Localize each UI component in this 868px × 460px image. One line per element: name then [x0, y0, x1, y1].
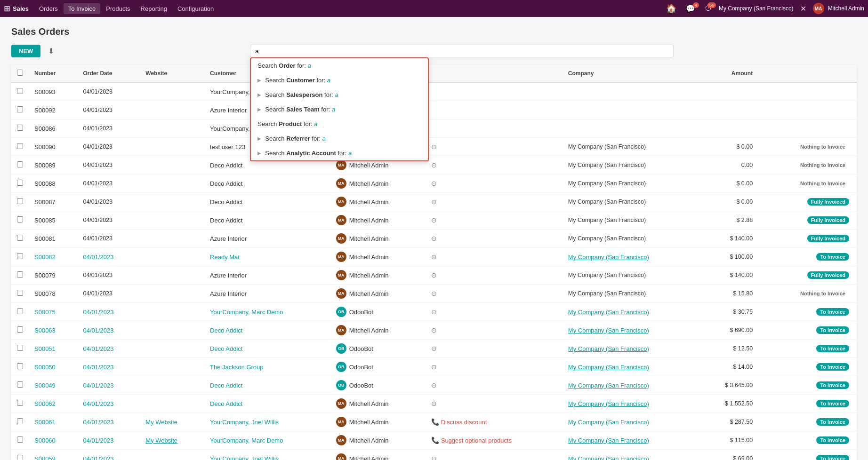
company-link[interactable]: My Company (San Francisco): [568, 309, 649, 316]
nav-products[interactable]: Products: [101, 3, 135, 14]
company-link[interactable]: My Company (San Francisco): [568, 345, 649, 352]
settings-icon[interactable]: ✕: [797, 3, 809, 14]
activity-cell[interactable]: ⊙: [426, 138, 563, 156]
row-checkbox[interactable]: [17, 198, 23, 204]
nav-configuration[interactable]: Configuration: [173, 3, 218, 14]
row-checkbox[interactable]: [17, 345, 23, 351]
dropdown-item-5[interactable]: ▶ Search Referrer for: a: [251, 131, 428, 146]
new-button[interactable]: NEW: [11, 45, 40, 57]
company-link[interactable]: My Company (San Francisco): [568, 382, 649, 389]
order-number-link[interactable]: S00061: [34, 419, 56, 426]
activity-cell[interactable]: ⊙: [426, 193, 563, 211]
order-number-link[interactable]: S00063: [34, 327, 56, 334]
customer-link[interactable]: The Jackson Group: [210, 364, 263, 371]
customer-link[interactable]: YourCompany, Marc Demo: [210, 309, 283, 316]
dropdown-item-1[interactable]: ▶ Search Customer for: a: [251, 73, 428, 87]
row-checkbox[interactable]: [17, 106, 23, 112]
customer-link[interactable]: Deco Addict: [210, 345, 242, 352]
activity-cell[interactable]: ⊙: [426, 303, 563, 321]
activity-cell[interactable]: ⊙: [426, 321, 563, 340]
customer-link[interactable]: Deco Addict: [210, 382, 242, 389]
activity-cell[interactable]: ⊙: [426, 376, 563, 395]
row-checkbox[interactable]: [17, 363, 23, 369]
row-checkbox[interactable]: [17, 455, 23, 460]
customer-link[interactable]: Deco Addict: [210, 327, 242, 334]
nav-reporting[interactable]: Reporting: [136, 3, 172, 14]
row-checkbox[interactable]: [17, 308, 23, 314]
row-checkbox[interactable]: [17, 381, 23, 388]
activity-cell[interactable]: [426, 119, 563, 138]
export-button[interactable]: ⬇: [44, 45, 58, 57]
col-company[interactable]: Company: [563, 65, 700, 82]
row-checkbox[interactable]: [17, 216, 23, 222]
dropdown-item-2[interactable]: ▶ Search Salesperson for: a: [251, 87, 428, 102]
row-checkbox[interactable]: [17, 436, 23, 443]
customer-link[interactable]: Deco Addict: [210, 400, 242, 407]
order-number-link[interactable]: S00060: [34, 437, 56, 444]
activity-cell[interactable]: ⊙: [426, 285, 563, 303]
col-status[interactable]: [758, 65, 857, 82]
company-link[interactable]: My Company (San Francisco): [568, 327, 649, 334]
row-checkbox[interactable]: [17, 125, 23, 131]
activity-cell[interactable]: ⊙: [426, 450, 563, 460]
col-order-date[interactable]: Order Date: [77, 65, 140, 82]
order-number-link[interactable]: S00062: [34, 400, 56, 407]
row-checkbox[interactable]: [17, 161, 23, 167]
company-link[interactable]: My Company (San Francisco): [568, 419, 649, 426]
row-checkbox[interactable]: [17, 418, 23, 424]
activity-cell[interactable]: 📞 Discuss discount: [426, 413, 563, 431]
activity-cell[interactable]: [426, 82, 563, 101]
row-checkbox[interactable]: [17, 290, 23, 296]
order-number-link[interactable]: S00051: [34, 345, 56, 352]
dropdown-item-6[interactable]: ▶ Search Analytic Account for: a: [251, 146, 428, 160]
website-link[interactable]: My Website: [145, 419, 177, 426]
nav-orders[interactable]: Orders: [34, 3, 63, 14]
customer-link[interactable]: YourCompany, Marc Demo: [210, 437, 283, 444]
row-checkbox[interactable]: [17, 88, 23, 94]
row-checkbox[interactable]: [17, 400, 23, 406]
col-website[interactable]: Website: [140, 65, 204, 82]
col-checkbox[interactable]: [11, 65, 29, 82]
dropdown-item-4[interactable]: Search Product for: a: [251, 117, 428, 131]
row-checkbox[interactable]: [17, 235, 23, 241]
row-checkbox[interactable]: [17, 143, 23, 149]
order-number-link[interactable]: S00049: [34, 382, 56, 389]
row-checkbox[interactable]: [17, 271, 23, 278]
search-input[interactable]: [250, 45, 674, 57]
activity-cell[interactable]: ⊙: [426, 230, 563, 248]
order-number-link[interactable]: S00059: [34, 455, 56, 460]
activity-cell[interactable]: ⊙: [426, 395, 563, 413]
activity-cell[interactable]: ⊙: [426, 358, 563, 376]
activity-cell[interactable]: ⊙: [426, 266, 563, 285]
dropdown-item-0[interactable]: Search Order for: a: [251, 58, 428, 73]
select-all-checkbox[interactable]: [17, 70, 23, 76]
website-link[interactable]: My Website: [145, 437, 177, 444]
chat-icon[interactable]: 💬 4: [683, 3, 698, 14]
avatar[interactable]: MA: [813, 3, 824, 14]
home-icon[interactable]: 🏠: [663, 2, 679, 15]
col-amount[interactable]: Amount: [700, 65, 758, 82]
nav-to-invoice[interactable]: To Invoice: [64, 3, 101, 14]
order-number-link[interactable]: S00082: [34, 254, 56, 261]
company-link[interactable]: My Company (San Francisco): [568, 364, 649, 371]
customer-link[interactable]: YourCompany, Joel Willis: [210, 455, 279, 460]
row-checkbox[interactable]: [17, 180, 23, 186]
activity-cell[interactable]: ⊙: [426, 174, 563, 193]
row-checkbox[interactable]: [17, 326, 23, 333]
activity-cell[interactable]: ⊙: [426, 248, 563, 266]
brand[interactable]: ⊞ Sales: [4, 4, 29, 13]
company-label[interactable]: My Company (San Francisco): [719, 5, 794, 12]
activity-icon[interactable]: ⏱ 56: [702, 3, 715, 14]
company-link[interactable]: My Company (San Francisco): [568, 455, 649, 460]
customer-link[interactable]: YourCompany, Joel Willis: [210, 419, 279, 426]
order-number-link[interactable]: S00050: [34, 364, 56, 371]
order-number-link[interactable]: S00075: [34, 309, 56, 316]
company-link[interactable]: My Company (San Francisco): [568, 437, 649, 444]
col-number[interactable]: Number: [29, 65, 77, 82]
row-checkbox[interactable]: [17, 253, 23, 259]
company-link[interactable]: My Company (San Francisco): [568, 400, 649, 407]
company-link[interactable]: My Company (San Francisco): [568, 254, 649, 261]
customer-link[interactable]: Ready Mat: [210, 254, 240, 261]
dropdown-item-3[interactable]: ▶ Search Sales Team for: a: [251, 102, 428, 117]
activity-cell[interactable]: [426, 101, 563, 119]
